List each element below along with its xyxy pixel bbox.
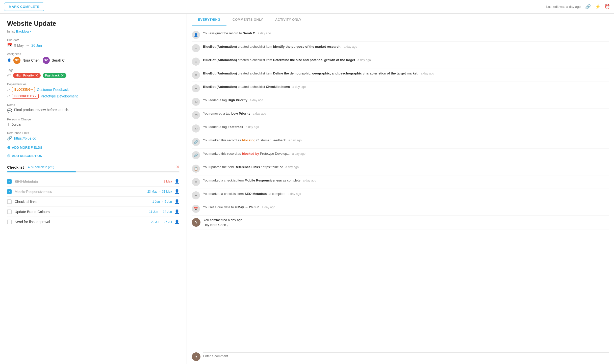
- notes-label: Notes: [7, 103, 180, 107]
- checklist-item: Update Brand Colours 11 Jun → 14 Jun 👤: [7, 207, 180, 217]
- person-in-charge-section: Person In Charge T Jordan: [7, 118, 180, 127]
- text-icon: T: [7, 122, 10, 127]
- list-name-link[interactable]: Backlog: [16, 30, 29, 33]
- tab-comments-only[interactable]: COMMENTS ONLY: [226, 14, 269, 26]
- left-panel: Website Update In list Backlog ▾ Due dat…: [0, 14, 187, 364]
- tag-fast-remove[interactable]: ✕: [61, 74, 64, 77]
- clock-icon[interactable]: ⏰: [604, 4, 610, 10]
- checklist-item-user-4[interactable]: 👤: [174, 209, 180, 214]
- checklist-checkbox-1[interactable]: ✓: [7, 179, 12, 184]
- tag-high-remove[interactable]: ✕: [35, 74, 38, 77]
- blocked-by-type-btn[interactable]: BLOCKED BY ▾: [12, 94, 39, 99]
- activity-item: 🏷 You added a tag Fast track a day ago: [192, 122, 609, 135]
- app-container: MARK COMPLETE Last edit was a day ago 🔗 …: [0, 0, 614, 364]
- link-icon[interactable]: 🔗: [585, 4, 591, 10]
- activity-text: BlueBot (Automation) created a checklist…: [203, 84, 609, 89]
- checkmark-icon: ✓: [8, 180, 11, 183]
- notes-text: Final product review before launch.: [14, 108, 69, 112]
- mark-complete-button[interactable]: MARK COMPLETE: [4, 3, 44, 11]
- comment-item: Y You commented a day ago Hey Nora Chen …: [192, 216, 609, 229]
- dependency-icon-1: ⇄: [7, 88, 10, 92]
- blocking-chevron-icon: ▾: [31, 88, 33, 91]
- add-description-btn[interactable]: ⊕ ADD DESCRIPTION: [7, 153, 180, 158]
- checklist-item: ✓ Mobile Responsiveness 23 May → 31 May …: [7, 187, 180, 197]
- comment-you-label: You: [203, 218, 209, 222]
- tag-high-priority[interactable]: High Priority ✕: [13, 73, 41, 78]
- avatar-serah: SC: [43, 57, 50, 64]
- assignees-row: 👤 NC Nora Chen SC Serah C: [7, 57, 180, 64]
- checklist-item-date-1: 9 May: [164, 180, 172, 183]
- assignee-serah-name: Serah C: [52, 58, 65, 62]
- checklist-item-date-5: 22 Jul → 26 Jul: [151, 220, 172, 224]
- task-title: Website Update: [7, 20, 180, 28]
- blocking-type-btn[interactable]: BLOCKING ▾: [12, 87, 35, 92]
- person-in-charge-label: Person In Charge: [7, 118, 180, 121]
- assignees-section: Assignees 👤 NC Nora Chen SC Serah C: [7, 52, 180, 64]
- date-start[interactable]: 9 May: [14, 43, 24, 47]
- activity-item: ≡ You marked a checklist item Mobile Res…: [192, 175, 609, 189]
- tags-section: Tags 🏷 High Priority ✕ Fast track ✕: [7, 68, 180, 78]
- activity-text: You marked this record as blocked by Pro…: [203, 151, 609, 156]
- ref-links-label: Reference Links: [7, 131, 180, 135]
- activity-avatar: 🏷: [192, 111, 200, 119]
- due-date-row: 📅 9 May → 26 Jun: [7, 43, 180, 48]
- activity-item: 🏷 You added a tag High Priority a day ag…: [192, 95, 609, 109]
- tags-label: Tags: [7, 68, 180, 72]
- right-panel: EVERYTHING COMMENTS ONLY ACTIVITY ONLY 👤…: [187, 14, 614, 364]
- activity-text: BlueBot (Automation) created a checklist…: [203, 58, 609, 63]
- person-name: Jordan: [12, 122, 22, 126]
- activity-avatar: 📋: [192, 165, 200, 173]
- checklist-item: ✓ SEO Metadata 9 May 👤: [7, 176, 180, 187]
- tab-activity-only[interactable]: ACTIVITY ONLY: [269, 14, 308, 26]
- calendar-icon: 📅: [7, 43, 12, 48]
- activity-avatar: 🏷: [192, 124, 200, 133]
- prototype-development-link[interactable]: Prototype Development: [41, 94, 78, 98]
- person-row: T Jordan: [7, 122, 180, 127]
- tab-everything[interactable]: EVERYTHING: [192, 14, 226, 26]
- bolt-icon[interactable]: ⚡: [595, 4, 600, 10]
- activity-avatar: 🔗: [192, 151, 200, 159]
- activity-item: 📅 You set a due date to 9 May → 26 Jun a…: [192, 202, 609, 216]
- activity-item: ≡ BlueBot (Automation) created a checkli…: [192, 55, 609, 68]
- checklist-item-user-1[interactable]: 👤: [174, 179, 180, 184]
- notes-row: 💬 Final product review before launch.: [7, 108, 180, 113]
- activity-item: ≡ BlueBot (Automation) created a checkli…: [192, 42, 609, 55]
- list-chevron-icon[interactable]: ▾: [30, 30, 32, 33]
- ref-link[interactable]: https://blue.cc: [14, 136, 36, 140]
- checklist-section: Checklist 40% complete (2/5) ✕ ✓ SEO Met…: [7, 164, 180, 227]
- date-end[interactable]: 26 Jun: [31, 43, 42, 47]
- activity-text: You marked this record as blocking Custo…: [203, 138, 609, 143]
- checklist-item-date-2: 23 May → 31 May: [147, 190, 172, 193]
- activity-text: You set a due date to 9 May → 26 Jun a d…: [203, 205, 609, 210]
- checklist-checkbox-4[interactable]: [7, 210, 12, 214]
- checklist-item-user-2[interactable]: 👤: [174, 189, 180, 194]
- assignee-nora-name: Nora Chen: [22, 58, 40, 62]
- activity-avatar: 👤: [192, 31, 200, 39]
- activity-avatar: 📅: [192, 205, 200, 213]
- tag-fast-track[interactable]: Fast track ✕: [43, 73, 66, 78]
- dependencies-section: Dependencies ⇄ BLOCKING ▾ Customer Feedb…: [7, 83, 180, 99]
- checklist-item-user-5[interactable]: 👤: [174, 219, 180, 224]
- assignees-label: Assignees: [7, 52, 180, 56]
- checklist-progress: 40% complete (2/5): [28, 165, 54, 169]
- blocked-by-chevron-icon: ▾: [35, 95, 36, 98]
- checklist-close-btn[interactable]: ✕: [176, 164, 180, 170]
- comment-input[interactable]: [203, 352, 609, 359]
- checklist-item: Send for final approval 22 Jul → 26 Jul …: [7, 217, 180, 227]
- add-more-fields-btn[interactable]: ⊕ ADD MORE FIELDS: [7, 145, 180, 150]
- checklist-checkbox-5[interactable]: [7, 220, 12, 224]
- blocked-by-row: ⇄ BLOCKED BY ▾ Prototype Development: [7, 94, 180, 99]
- checklist-item-user-3[interactable]: 👤: [174, 199, 180, 204]
- activity-text: You marked a checklist item Mobile Respo…: [203, 178, 609, 183]
- activity-item: ≡ BlueBot (Automation) created a checkli…: [192, 68, 609, 82]
- activity-text: You added a tag Fast track a day ago: [203, 124, 609, 129]
- in-list-label: In list: [7, 30, 15, 33]
- checklist-checkbox-2[interactable]: ✓: [7, 189, 12, 194]
- activity-item: ≡ You marked a checklist item SEO Metada…: [192, 189, 609, 202]
- customer-feedback-link[interactable]: Customer Feedback: [37, 88, 69, 92]
- checklist-checkbox-3[interactable]: [7, 199, 12, 204]
- comment-input-wrapper: [203, 352, 609, 359]
- top-bar: MARK COMPLETE Last edit was a day ago 🔗 …: [0, 0, 614, 14]
- activity-item: 🔗 You marked this record as blocking Cus…: [192, 135, 609, 149]
- activity-item: 🔗 You marked this record as blocked by P…: [192, 149, 609, 162]
